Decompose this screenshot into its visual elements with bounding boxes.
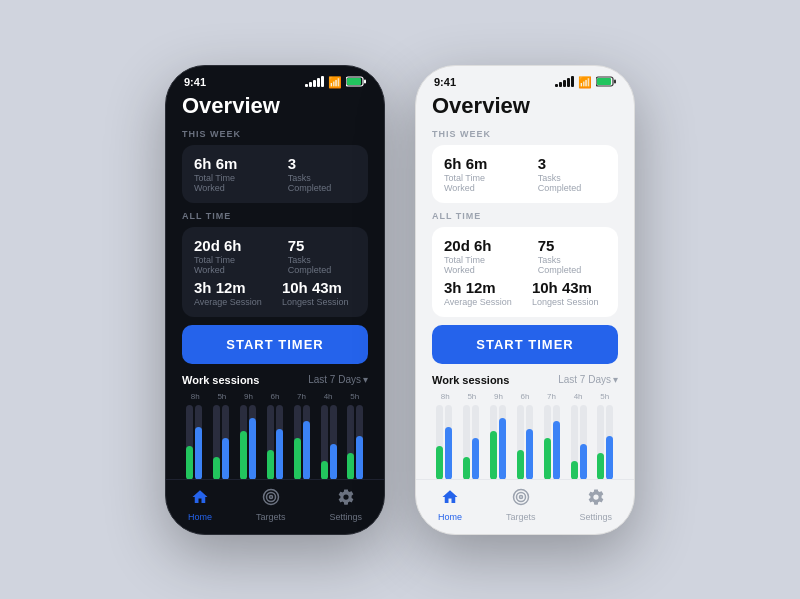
all-time-label: ALL TIME <box>182 211 368 221</box>
phone-content: OverviewTHIS WEEK 6h 6m Total Time Worke… <box>166 93 384 479</box>
svg-point-5 <box>269 495 272 498</box>
wifi-icon: 📶 <box>578 76 592 89</box>
svg-point-11 <box>519 495 522 498</box>
chart-bars <box>432 405 618 479</box>
overview-title: Overview <box>432 93 618 119</box>
overview-title: Overview <box>182 93 368 119</box>
bottom-nav: HomeTargetsSettings <box>166 479 384 534</box>
svg-point-4 <box>266 492 275 501</box>
nav-item-targets[interactable]: Targets <box>256 488 286 522</box>
nav-icon-home <box>441 488 459 510</box>
svg-rect-2 <box>364 79 366 83</box>
nav-item-home[interactable]: Home <box>188 488 212 522</box>
phone-light: 9:41📶 OverviewTHIS WEEK 6h 6m Total Time… <box>415 65 635 535</box>
work-sessions-header: Work sessionsLast 7 Days ▾ <box>182 374 368 386</box>
nav-icon-settings <box>587 488 605 510</box>
phone-dark: 9:41📶 OverviewTHIS WEEK 6h 6m Total Time… <box>165 65 385 535</box>
chart-top-label: 5h <box>210 392 234 401</box>
chart-top-label: 5h <box>593 392 617 401</box>
chart-bars <box>182 405 368 479</box>
work-sessions-title: Work sessions <box>432 374 509 386</box>
chart-top-label: 4h <box>316 392 340 401</box>
bar-group <box>240 405 256 479</box>
this-week-label: THIS WEEK <box>182 129 368 139</box>
svg-rect-1 <box>347 78 361 85</box>
nav-label-settings: Settings <box>329 512 362 522</box>
total-time-worked-week: 6h 6m Total Time Worked <box>194 155 268 193</box>
phones-container: 9:41📶 OverviewTHIS WEEK 6h 6m Total Time… <box>145 45 655 555</box>
tasks-completed-week: 3 Tasks Completed <box>538 155 606 193</box>
total-time-worked-all: 20d 6h Total Time Worked <box>194 237 268 275</box>
svg-rect-7 <box>597 78 611 85</box>
nav-item-settings[interactable]: Settings <box>579 488 612 522</box>
bar-group <box>544 405 560 479</box>
longest-session: 10h 43m Longest Session <box>532 279 599 307</box>
chart-top-label: 8h <box>183 392 207 401</box>
svg-rect-8 <box>614 79 616 83</box>
start-timer-button[interactable]: START TIMER <box>432 325 618 364</box>
bar-group <box>571 405 587 479</box>
phone-content: OverviewTHIS WEEK 6h 6m Total Time Worke… <box>416 93 634 479</box>
chart-top-label: 6h <box>513 392 537 401</box>
bar-group <box>463 405 479 479</box>
all-time-card: 20d 6h Total Time Worked 75 Tasks Comple… <box>182 227 368 317</box>
chart-top-label: 4h <box>566 392 590 401</box>
nav-icon-settings <box>337 488 355 510</box>
bar-group <box>321 405 337 479</box>
bar-group <box>267 405 283 479</box>
start-timer-button[interactable]: START TIMER <box>182 325 368 364</box>
signal-icon <box>305 77 324 87</box>
battery-icon <box>346 76 366 89</box>
avg-session: 3h 12m Average Session <box>444 279 512 307</box>
status-time: 9:41 <box>184 76 206 88</box>
bar-group <box>186 405 202 479</box>
chart-top-label: 6h <box>263 392 287 401</box>
chart-top-label: 8h <box>433 392 457 401</box>
avg-session: 3h 12m Average Session <box>194 279 262 307</box>
nav-label-targets: Targets <box>256 512 286 522</box>
nav-label-settings: Settings <box>579 512 612 522</box>
chart-area: 8h5h9h6h7h4h5hMONTUEWEDTHUFRISATSUN <box>182 392 368 479</box>
nav-icon-targets <box>512 488 530 510</box>
work-sessions-title: Work sessions <box>182 374 259 386</box>
status-time: 9:41 <box>434 76 456 88</box>
chart-top-label: 7h <box>540 392 564 401</box>
tasks-completed-all: 75 Tasks Completed <box>288 237 356 275</box>
all-time-card: 20d 6h Total Time Worked 75 Tasks Comple… <box>432 227 618 317</box>
chart-top-labels: 8h5h9h6h7h4h5h <box>432 392 618 401</box>
total-time-worked-all: 20d 6h Total Time Worked <box>444 237 518 275</box>
wifi-icon: 📶 <box>328 76 342 89</box>
last-days-selector[interactable]: Last 7 Days ▾ <box>308 374 368 385</box>
bar-group <box>436 405 452 479</box>
nav-icon-targets <box>262 488 280 510</box>
chart-top-label: 9h <box>486 392 510 401</box>
last-days-selector[interactable]: Last 7 Days ▾ <box>558 374 618 385</box>
bar-group <box>597 405 613 479</box>
chart-top-label: 7h <box>290 392 314 401</box>
nav-label-home: Home <box>188 512 212 522</box>
chart-top-labels: 8h5h9h6h7h4h5h <box>182 392 368 401</box>
nav-label-home: Home <box>438 512 462 522</box>
bar-group <box>517 405 533 479</box>
bar-group <box>347 405 363 479</box>
total-time-worked-week: 6h 6m Total Time Worked <box>444 155 518 193</box>
bar-group <box>490 405 506 479</box>
chart-top-label: 5h <box>460 392 484 401</box>
tasks-completed-week: 3 Tasks Completed <box>288 155 356 193</box>
nav-label-targets: Targets <box>506 512 536 522</box>
this-week-card: 6h 6m Total Time Worked 3 Tasks Complete… <box>432 145 618 203</box>
nav-icon-home <box>191 488 209 510</box>
chevron-down-icon: ▾ <box>613 374 618 385</box>
bar-group <box>213 405 229 479</box>
battery-icon <box>596 76 616 89</box>
bottom-nav: HomeTargetsSettings <box>416 479 634 534</box>
chart-area: 8h5h9h6h7h4h5hMONTUEWEDTHUFRISATSUN <box>432 392 618 479</box>
chevron-down-icon: ▾ <box>363 374 368 385</box>
nav-item-home[interactable]: Home <box>438 488 462 522</box>
nav-item-targets[interactable]: Targets <box>506 488 536 522</box>
nav-item-settings[interactable]: Settings <box>329 488 362 522</box>
all-time-label: ALL TIME <box>432 211 618 221</box>
signal-icon <box>555 77 574 87</box>
this-week-card: 6h 6m Total Time Worked 3 Tasks Complete… <box>182 145 368 203</box>
tasks-completed-all: 75 Tasks Completed <box>538 237 606 275</box>
